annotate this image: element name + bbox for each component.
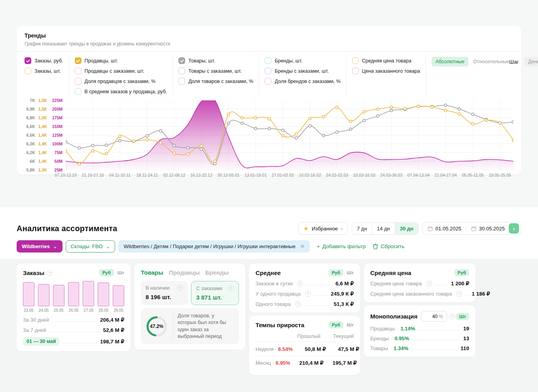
help-icon[interactable]: ?	[47, 270, 53, 276]
order-bar[interactable]	[68, 282, 80, 306]
order-bar[interactable]	[38, 284, 49, 306]
mode-absolute-button[interactable]: Абсолютные	[432, 57, 468, 66]
metric-label: Заказы, шт.	[34, 68, 61, 74]
checkbox-checked-icon[interactable]	[75, 57, 81, 64]
unit-pcs-badge[interactable]: Шт	[456, 313, 469, 320]
metric-checkbox-item[interactable]: Товары с заказами, шт.	[178, 68, 253, 74]
metric-checkbox-item[interactable]: Доля брендов с заказами, %	[265, 78, 340, 85]
y-tick-row: 6,9K1,5K200M	[25, 107, 63, 111]
favorites-button[interactable]: ★ Избранное ›	[298, 222, 348, 235]
close-icon[interactable]: ✕	[300, 243, 305, 249]
average-card-title: Среднее	[256, 270, 281, 276]
unit-pcs-toggle[interactable]: Шт	[117, 270, 124, 275]
period-30d[interactable]: 30 дн	[395, 223, 418, 234]
metric-checkbox-item[interactable]: В среднем заказов у продавца, руб.	[75, 88, 167, 95]
y-tick-label: 6K	[25, 159, 35, 164]
metric-checkbox-item[interactable]: Средняя цена товара	[352, 57, 420, 64]
date-from-field[interactable]: 01.05.2025	[428, 226, 461, 232]
marketplace-dropdown[interactable]: Wildberries ⌄	[17, 240, 63, 253]
y-tick-label: 5,8K	[25, 168, 35, 172]
tab-products[interactable]: Товары	[141, 269, 163, 276]
orders-card-title: Заказы	[23, 270, 44, 276]
help-icon[interactable]: ?	[177, 285, 183, 291]
order-bar[interactable]	[98, 283, 109, 306]
stat-value: 19	[463, 326, 469, 332]
trend-chart-plot[interactable]	[66, 100, 513, 170]
stat-label: За 30 дней	[23, 317, 49, 323]
order-bar[interactable]	[53, 285, 64, 306]
metric-label: Бренды с заказами, шт.	[275, 68, 329, 74]
period-7d[interactable]: 7 дн	[352, 223, 372, 234]
checkbox-icon[interactable]	[25, 68, 31, 74]
step-day-button[interactable]: День	[524, 57, 538, 66]
checkbox-icon[interactable]	[75, 68, 81, 74]
checkbox-icon[interactable]	[265, 68, 271, 74]
help-icon[interactable]: ?	[305, 291, 311, 297]
metric-checkbox-item[interactable]: Доля продавцов с заказами, %	[75, 78, 167, 85]
warehouse-dropdown[interactable]: Склады: FBO ⌄	[66, 240, 116, 253]
monopoly-threshold-input[interactable]	[425, 314, 438, 319]
date-to-field[interactable]: 30.05.2025	[471, 226, 505, 232]
in-stock-box[interactable]: В наличии? 8 196 шт.	[141, 281, 188, 305]
checkbox-checked-icon[interactable]	[178, 57, 185, 64]
category-path: Wildberries / Детям / Подарки детям / Иг…	[123, 243, 295, 249]
checkbox-icon[interactable]	[178, 78, 185, 85]
percent-sign: %	[439, 314, 443, 319]
help-icon[interactable]: ?	[297, 281, 303, 286]
reset-filters-button[interactable]: Сбросить	[373, 243, 404, 249]
unit-rub-badge[interactable]: Руб	[455, 269, 469, 276]
unit-pcs-toggle[interactable]: Шт	[347, 322, 354, 327]
checkbox-icon[interactable]	[75, 78, 81, 85]
dot: ·	[273, 360, 274, 366]
unit-rub-toggle[interactable]: Руб	[329, 269, 343, 276]
apply-dates-button[interactable]: ›	[509, 223, 519, 234]
help-icon[interactable]: ?	[449, 313, 455, 319]
monopoly-threshold-box: %	[421, 311, 447, 322]
tab-brands[interactable]: Бренды	[205, 269, 229, 276]
unit-rub-toggle[interactable]: Руб	[329, 321, 343, 328]
help-icon[interactable]: ?	[295, 301, 301, 307]
bar-date-label: 23.05	[24, 308, 34, 313]
x-tick-label: 13.01-19.01	[244, 173, 267, 177]
order-bar[interactable]	[23, 282, 34, 306]
order-bar[interactable]	[83, 281, 94, 306]
trends-title: Тренды	[25, 32, 513, 39]
help-icon[interactable]: ?	[426, 281, 432, 286]
metric-checkbox-item[interactable]: Заказы, руб.	[25, 57, 63, 64]
checkbox-icon[interactable]	[265, 57, 271, 64]
with-orders-box[interactable]: С заказами? 3 871 шт.	[191, 281, 239, 305]
metric-checkbox-item[interactable]: Заказы, шт.	[25, 68, 63, 74]
prev-value: 210,4 М ₽	[290, 360, 324, 366]
trends-section: Тренды График показывает тренды в продаж…	[0, 0, 538, 206]
tab-sellers[interactable]: Продавцы	[169, 269, 200, 276]
metric-checkbox-item[interactable]: Доля товаров с заказами, %	[178, 78, 253, 85]
checkbox-icon[interactable]	[265, 78, 271, 85]
share-donut: 47.2%	[146, 315, 168, 337]
checkbox-checked-icon[interactable]	[25, 57, 31, 64]
y-tick-label: 1,5K	[38, 115, 47, 120]
order-bar[interactable]	[113, 285, 124, 306]
y-tick-label: 6,3K	[25, 141, 35, 146]
trends-card: Тренды График показывает тренды в продаж…	[17, 26, 521, 175]
star-icon: ★	[303, 225, 309, 232]
help-icon[interactable]: ?	[456, 291, 462, 297]
period-14d[interactable]: 14 дн	[372, 223, 395, 234]
date-from-value: 01.05.2025	[436, 226, 461, 232]
mode-relative-button[interactable]: Относительные	[473, 59, 509, 64]
unit-rub-toggle[interactable]: Руб	[99, 269, 114, 276]
unit-pcs-toggle[interactable]: Шт	[347, 270, 354, 275]
metric-checkbox-item[interactable]: Продавцы, шт.	[75, 57, 167, 64]
summary-cards: Заказы ? Руб Шт 23.0524.0525.0526.0527.0…	[0, 259, 538, 392]
checkbox-icon[interactable]	[352, 57, 359, 64]
dotted-leader	[52, 321, 97, 322]
metric-checkbox-item[interactable]: Бренды с заказами, шт.	[265, 68, 340, 74]
help-icon[interactable]: ?	[228, 285, 234, 291]
metric-checkbox-item[interactable]: Цена заказанного товара	[352, 68, 420, 74]
metric-checkbox-item[interactable]: Продавцы с заказами, шт.	[75, 68, 167, 74]
checkbox-icon[interactable]	[352, 68, 359, 74]
checkbox-icon[interactable]	[75, 88, 81, 95]
add-filter-button[interactable]: + Добавить фильтр	[317, 243, 366, 249]
metric-checkbox-item[interactable]: Бренды, шт.	[265, 57, 340, 64]
checkbox-icon[interactable]	[178, 68, 185, 74]
metric-checkbox-item[interactable]: Товары, шт.	[178, 57, 253, 64]
